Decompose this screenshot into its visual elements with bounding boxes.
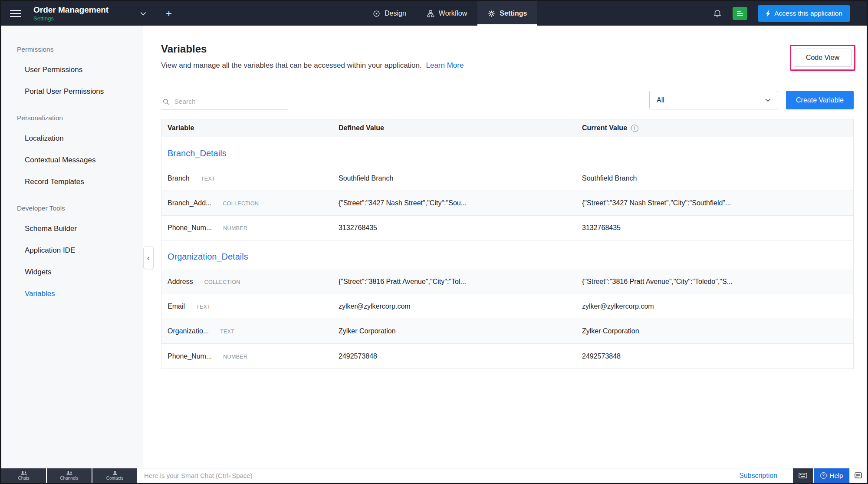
contacts-tab[interactable]: Contacts: [92, 468, 137, 483]
help-button[interactable]: Help: [814, 468, 849, 483]
table-row[interactable]: Email TEXT zylker@zylkercorp.com zylker@…: [161, 294, 853, 319]
table-row[interactable]: Branch_Add... COLLECTION {"Street":"3427…: [161, 191, 853, 216]
keyboard-icon: [799, 473, 807, 478]
sidebar-item-user-permissions[interactable]: User Permissions: [17, 66, 143, 74]
variable-name: Branch: [168, 175, 190, 182]
contact-card-icon[interactable]: [733, 7, 747, 20]
variable-group-branch-details: Branch_Details Branch TEXT Southfield Br…: [161, 137, 853, 240]
sidebar-item-portal-user-permissions[interactable]: Portal User Permissions: [17, 87, 143, 96]
current-value: {"Street":"3427 Nash Street","City":"Sou…: [582, 199, 853, 207]
variables-page: Variables View and manage all the variab…: [144, 26, 867, 468]
notifications-bell-icon[interactable]: [713, 9, 722, 18]
variable-type-badge: COLLECTION: [204, 279, 240, 285]
table-row[interactable]: Phone_Num... NUMBER 3132768435 313276843…: [161, 216, 853, 240]
bottom-bar-actions: Subscription Help: [739, 468, 867, 483]
variable-group-organization-details: Organization_Details Address COLLECTION …: [161, 240, 853, 369]
table-row[interactable]: Organizatio... TEXT Zylker Corporation Z…: [161, 319, 853, 344]
variable-filter-select[interactable]: All: [649, 91, 778, 109]
gear-icon: [488, 10, 495, 17]
nav-tab-label: Settings: [500, 10, 527, 17]
topbar-divider: [156, 1, 156, 26]
access-application-button[interactable]: Access this application: [758, 5, 850, 22]
chats-tab-label: Chats: [18, 476, 29, 481]
feedback-console-button[interactable]: [849, 468, 867, 483]
search-input[interactable]: [174, 98, 286, 105]
table-row[interactable]: Branch TEXT Southfield Branch Southfield…: [161, 166, 853, 191]
sidebar-item-widgets[interactable]: Widgets: [17, 268, 143, 277]
access-application-label: Access this application: [774, 10, 842, 17]
variable-name: Phone_Num...: [168, 352, 212, 360]
bolt-icon: [766, 10, 770, 17]
nav-tab-settings[interactable]: Settings: [477, 1, 537, 26]
info-icon[interactable]: [631, 125, 638, 132]
help-label: Help: [830, 472, 843, 479]
variable-name: Branch_Add...: [168, 199, 211, 207]
variable-name: Organizatio...: [168, 327, 209, 335]
table-actions: All Create Variable: [649, 91, 854, 109]
hamburger-menu-icon[interactable]: [10, 10, 21, 17]
current-value: Zylker Corporation: [582, 327, 853, 335]
variable-name: Email: [168, 303, 185, 310]
search-field[interactable]: [161, 94, 288, 109]
settings-sidebar: Permissions User Permissions Portal User…: [1, 26, 143, 468]
workflow-icon: [427, 10, 434, 17]
table-header-row: Variable Defined Value Current Value: [161, 119, 853, 137]
help-icon: [820, 472, 827, 479]
chats-tab[interactable]: Chats: [1, 468, 46, 483]
nav-tab-label: Design: [385, 10, 406, 17]
person-icon: [112, 471, 118, 475]
variables-table: Variable Defined Value Current Value Bra…: [161, 119, 854, 369]
search-icon: [163, 98, 169, 105]
defined-value: {"Street":"3427 Nash Street","City":"Sou…: [339, 199, 582, 207]
channels-tab[interactable]: Channels: [47, 468, 92, 483]
app-window: Order Management Settings Design Workflo…: [0, 0, 868, 484]
new-tab-button[interactable]: [162, 7, 175, 20]
sidebar-item-localization[interactable]: Localization: [17, 134, 143, 143]
people-icon: [66, 471, 73, 475]
sidebar-item-schema-builder[interactable]: Schema Builder: [17, 224, 143, 233]
app-subtitle: Settings: [33, 15, 137, 22]
group-title-link[interactable]: Branch_Details: [161, 137, 853, 166]
learn-more-link[interactable]: Learn More: [426, 61, 464, 69]
app-title: Order Management: [33, 5, 137, 15]
group-title-link[interactable]: Organization_Details: [161, 240, 853, 270]
chevron-down-icon: [765, 98, 771, 102]
sidebar-section-personalization: Personalization Localization Contextual …: [17, 114, 143, 186]
sidebar-item-application-ide[interactable]: Application IDE: [17, 246, 143, 255]
sidebar-item-variables[interactable]: Variables: [17, 290, 143, 298]
nav-tab-design[interactable]: Design: [362, 1, 417, 26]
code-view-highlight-annotation: Code View: [790, 45, 855, 71]
table-row[interactable]: Phone_Num... NUMBER 2492573848 249257384…: [161, 344, 853, 369]
sidebar-section-permissions: Permissions User Permissions Portal User…: [17, 46, 143, 96]
page-description-text: View and manage all the variables that c…: [161, 61, 422, 69]
variable-type-badge: TEXT: [196, 304, 210, 310]
column-header-defined-value: Defined Value: [339, 124, 582, 132]
defined-value: zylker@zylkercorp.com: [339, 303, 582, 310]
sidebar-item-contextual-messages[interactable]: Contextual Messages: [17, 156, 143, 165]
chat-tabs: Chats Channels Contacts: [1, 468, 137, 483]
create-variable-button[interactable]: Create Variable: [786, 91, 854, 109]
contacts-tab-label: Contacts: [106, 476, 123, 481]
current-value: 3132768435: [582, 224, 853, 232]
table-controls: All Create Variable: [161, 91, 854, 109]
defined-value: Southfield Branch: [339, 175, 582, 182]
app-switcher-chevron-icon[interactable]: [137, 12, 150, 16]
column-header-current-value: Current Value: [582, 124, 853, 132]
people-icon: [20, 471, 27, 475]
channels-tab-label: Channels: [60, 476, 78, 481]
console-window-icon: [855, 472, 862, 479]
variable-name: Address: [168, 278, 193, 286]
defined-value: {"Street":"3816 Pratt Avenue","City":"To…: [339, 278, 582, 286]
sidebar-collapse-button[interactable]: [143, 247, 154, 269]
nav-tab-workflow[interactable]: Workflow: [417, 1, 478, 26]
table-row[interactable]: Address COLLECTION {"Street":"3816 Pratt…: [161, 270, 853, 294]
subscription-link[interactable]: Subscription: [739, 472, 777, 480]
sidebar-item-record-templates[interactable]: Record Templates: [17, 178, 143, 186]
bottom-bar: Chats Channels Contacts Here is your Sma…: [1, 468, 867, 483]
variable-type-badge: NUMBER: [223, 225, 247, 231]
sidebar-section-title: Personalization: [17, 114, 143, 122]
keyboard-shortcuts-button[interactable]: [793, 468, 813, 483]
smart-chat-input[interactable]: Here is your Smart Chat (Ctrl+Space): [137, 468, 739, 483]
code-view-button[interactable]: Code View: [794, 49, 852, 67]
variable-type-badge: TEXT: [220, 329, 234, 335]
